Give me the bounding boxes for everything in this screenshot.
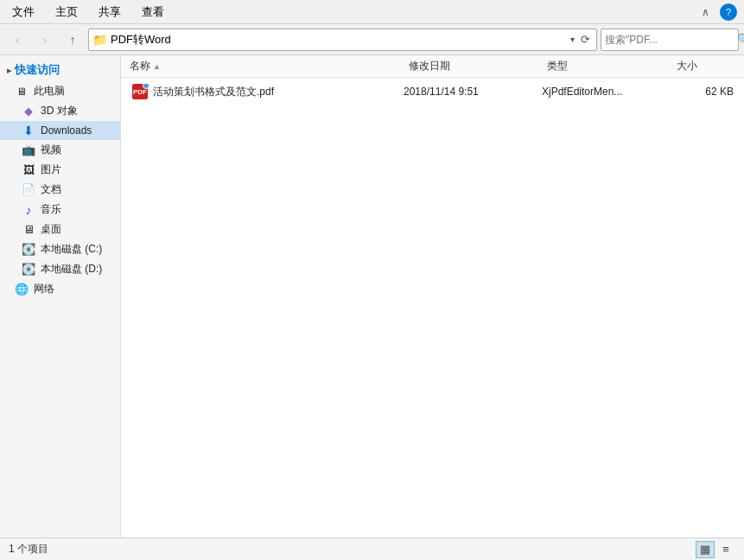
- quick-access-label: 快速访问: [15, 62, 60, 78]
- menu-home[interactable]: 主页: [50, 3, 83, 22]
- sidebar-item-downloads[interactable]: ⬇ Downloads: [0, 121, 120, 140]
- ribbon-toggle[interactable]: ∧: [702, 6, 709, 18]
- sidebar-label-downloads: Downloads: [41, 124, 92, 137]
- sidebar: ▸ 快速访问 🖥 此电脑 ◆ 3D 对象 ⬇ Downloads 📺 视频 🖼 …: [0, 55, 121, 538]
- main-area: ▸ 快速访问 🖥 此电脑 ◆ 3D 对象 ⬇ Downloads 📺 视频 🖼 …: [0, 55, 744, 538]
- search-input[interactable]: [605, 34, 734, 46]
- file-size: 62 KB: [705, 86, 734, 98]
- up-icon: ↑: [70, 33, 76, 47]
- up-button[interactable]: ↑: [60, 28, 85, 52]
- view-buttons: ▦ ≡: [696, 541, 735, 558]
- column-headers: 名称 ▲ 修改日期 类型 大小: [121, 55, 744, 78]
- address-input[interactable]: [111, 33, 567, 46]
- col-header-date[interactable]: 修改日期: [404, 59, 542, 73]
- sidebar-item-this-pc[interactable]: 🖥 此电脑: [0, 81, 120, 101]
- col-header-type[interactable]: 类型: [542, 59, 671, 73]
- file-list: PDF 活动策划书格式及范文.pdf 2018/11/14 9:51 XjPdf…: [121, 78, 744, 538]
- sidebar-item-videos[interactable]: 📺 视频: [0, 140, 120, 160]
- menu-bar: 文件 主页 共享 查看 ∧ ?: [0, 0, 744, 24]
- menu-share[interactable]: 共享: [93, 3, 126, 22]
- desktop-icon: 🖥: [21, 223, 36, 237]
- sidebar-item-3d-objects[interactable]: ◆ 3D 对象: [0, 101, 120, 121]
- status-bar: 1 个项目 ▦ ≡: [0, 538, 744, 560]
- sidebar-label-pictures: 图片: [41, 162, 61, 177]
- forward-button[interactable]: ›: [33, 28, 57, 52]
- sidebar-quick-access[interactable]: ▸ 快速访问: [0, 59, 120, 81]
- pdf-file-icon: PDF: [131, 84, 149, 99]
- chevron-icon: ▸: [7, 66, 11, 75]
- address-bar[interactable]: 📁 ▾ ⟳: [88, 29, 597, 51]
- sidebar-item-drive-d[interactable]: 💽 本地磁盘 (D:): [0, 259, 120, 279]
- folder-icon: 📁: [92, 33, 107, 47]
- sidebar-item-pictures[interactable]: 🖼 图片: [0, 160, 120, 180]
- file-name: 活动策划书格式及范文.pdf: [153, 85, 274, 99]
- downloads-icon: ⬇: [21, 124, 36, 137]
- file-type-cell: XjPdfEditorMen...: [542, 86, 671, 98]
- col-header-size[interactable]: 大小: [671, 59, 741, 73]
- view-detail-button[interactable]: ≡: [716, 541, 735, 558]
- sort-arrow-name: ▲: [153, 62, 161, 71]
- col-type-label: 类型: [547, 59, 568, 73]
- pc-icon: 🖥: [14, 85, 29, 99]
- sidebar-label-videos: 视频: [41, 143, 61, 157]
- address-refresh-button[interactable]: ⟳: [578, 33, 593, 46]
- sidebar-label-desktop: 桌面: [41, 222, 61, 237]
- col-name-label: 名称: [130, 59, 150, 73]
- file-area: 名称 ▲ 修改日期 类型 大小 PDF 活动策划书格式及范文.pdf: [121, 55, 744, 538]
- sidebar-item-network[interactable]: 🌐 网络: [0, 279, 120, 299]
- file-date: 2018/11/14 9:51: [404, 86, 479, 98]
- sidebar-item-music[interactable]: ♪ 音乐: [0, 200, 120, 220]
- toolbar: ‹ › ↑ 📁 ▾ ⟳ 🔍: [0, 24, 744, 55]
- sidebar-label-drive-c: 本地磁盘 (C:): [41, 242, 102, 257]
- view-list-button[interactable]: ▦: [696, 541, 715, 558]
- sidebar-item-documents[interactable]: 📄 文档: [0, 180, 120, 200]
- status-item-count: 1 个项目: [9, 542, 48, 557]
- view-list-icon: ▦: [700, 543, 710, 556]
- 3d-icon: ◆: [21, 105, 36, 118]
- forward-icon: ›: [43, 33, 48, 47]
- table-row[interactable]: PDF 活动策划书格式及范文.pdf 2018/11/14 9:51 XjPdf…: [121, 80, 744, 104]
- user-avatar[interactable]: ?: [720, 3, 737, 21]
- sidebar-label-this-pc: 此电脑: [34, 84, 65, 99]
- search-icon[interactable]: 🔍: [737, 33, 744, 46]
- view-detail-icon: ≡: [722, 543, 729, 556]
- sidebar-label-drive-d: 本地磁盘 (D:): [41, 262, 102, 277]
- music-icon: ♪: [21, 203, 36, 217]
- network-icon: 🌐: [14, 283, 29, 296]
- back-button[interactable]: ‹: [5, 28, 29, 52]
- docs-icon: 📄: [21, 183, 36, 197]
- menu-view[interactable]: 查看: [137, 3, 169, 22]
- col-date-label: 修改日期: [409, 59, 450, 73]
- file-name-cell: PDF 活动策划书格式及范文.pdf: [124, 84, 404, 99]
- menu-file[interactable]: 文件: [7, 3, 40, 22]
- sidebar-label-network: 网络: [34, 282, 54, 296]
- sidebar-label-3d: 3D 对象: [41, 104, 78, 118]
- sidebar-item-drive-c[interactable]: 💽 本地磁盘 (C:): [0, 239, 120, 259]
- video-icon: 📺: [21, 143, 36, 157]
- drive-d-icon: 💽: [21, 263, 36, 277]
- file-size-cell: 62 KB: [671, 86, 741, 98]
- sidebar-label-documents: 文档: [41, 182, 61, 197]
- col-size-label: 大小: [677, 59, 697, 73]
- sidebar-label-music: 音乐: [41, 202, 61, 217]
- search-bar[interactable]: 🔍: [601, 29, 739, 51]
- pictures-icon: 🖼: [21, 163, 36, 177]
- col-header-name[interactable]: 名称 ▲: [124, 59, 404, 73]
- back-icon: ‹: [16, 33, 20, 47]
- drive-c-icon: 💽: [21, 243, 36, 257]
- address-dropdown-button[interactable]: ▾: [570, 35, 575, 44]
- file-type: XjPdfEditorMen...: [542, 86, 622, 98]
- file-date-cell: 2018/11/14 9:51: [404, 86, 542, 98]
- sidebar-item-desktop[interactable]: 🖥 桌面: [0, 220, 120, 239]
